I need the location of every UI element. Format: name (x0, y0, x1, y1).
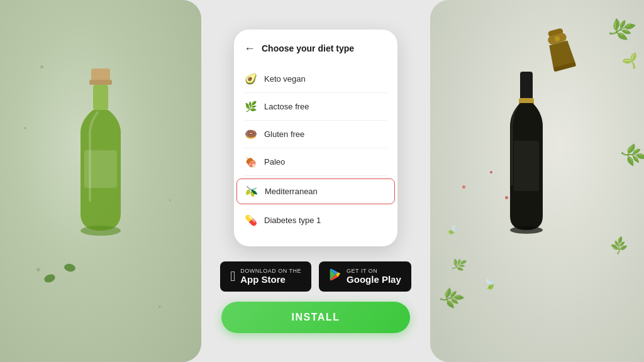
diet-list: 🥑 Keto vegan 🌿 Lactose free 🍩 Gluten fre… (234, 65, 397, 234)
diet-item-paleo[interactable]: 🍖 Paleo (244, 148, 387, 176)
diet-item-lactose-free[interactable]: 🌿 Lactose free (244, 93, 387, 121)
paleo-icon: 🍖 (244, 156, 258, 168)
svg-rect-3 (84, 150, 117, 188)
paleo-label: Paleo (264, 157, 285, 167)
decoration-dot (36, 268, 40, 272)
lactose-free-label: Lactose free (264, 102, 309, 111)
svg-rect-2 (93, 85, 108, 110)
leaf-decoration: 🍃 (483, 277, 497, 290)
olive-bottle-left (63, 62, 138, 263)
gluten-free-label: Gluten free (264, 129, 304, 139)
diet-item-gluten-free[interactable]: 🍩 Gluten free (244, 121, 387, 148)
apple-icon:  (230, 268, 235, 285)
diet-item-keto-vegan[interactable]: 🥑 Keto vegan (244, 65, 387, 93)
lactose-free-icon: 🌿 (244, 101, 258, 112)
app-store-sub-label: Download on the (240, 268, 301, 274)
google-play-button[interactable]: GET IT ON Google Play (319, 261, 411, 292)
right-image-panel: 🌿 🌱 🌿 🌿 🌿 (430, 0, 644, 362)
svg-point-4 (80, 226, 121, 236)
mediterranean-icon: 🫒 (245, 185, 258, 197)
diabetes-label: Diabetes type 1 (264, 216, 321, 225)
google-play-icon (329, 268, 341, 285)
mediterranean-label: Mediterranean (265, 187, 318, 196)
back-button[interactable]: ← (244, 42, 255, 55)
google-play-text: GET IT ON Google Play (347, 268, 401, 285)
center-content: ← Choose your diet type 🥑 Keto vegan 🌿 L… (201, 0, 430, 362)
svg-rect-11 (514, 141, 539, 191)
decoration-dot (169, 199, 171, 201)
peppercorn (505, 196, 508, 199)
svg-point-12 (510, 226, 543, 234)
decoration-dot (40, 65, 43, 69)
google-play-main-label: Google Play (347, 274, 401, 285)
diabetes-icon: 💊 (244, 214, 258, 226)
google-play-sub-label: GET IT ON (347, 268, 401, 274)
download-buttons-container:  Download on the App Store (220, 261, 411, 292)
gluten-free-icon: 🍩 (244, 128, 258, 140)
phone-mockup: ← Choose your diet type 🥑 Keto vegan 🌿 L… (234, 30, 397, 246)
diet-item-diabetes[interactable]: 💊 Diabetes type 1 (244, 207, 387, 234)
app-store-main-label: App Store (240, 274, 301, 285)
install-button[interactable]: INSTALL (221, 302, 410, 333)
screen-title: Choose your diet type (262, 43, 354, 53)
diet-item-mediterranean[interactable]: 🫒 Mediterranean (236, 178, 395, 204)
decoration-dot (158, 305, 161, 308)
app-store-text: Download on the App Store (240, 268, 301, 285)
svg-rect-1 (89, 80, 112, 85)
page-container: ← Choose your diet type 🥑 Keto vegan 🌿 L… (0, 0, 644, 362)
olive-bottle-right (501, 72, 552, 254)
left-image-panel (0, 0, 201, 362)
phone-header: ← Choose your diet type (234, 42, 397, 65)
keto-vegan-label: Keto vegan (264, 74, 306, 84)
peppercorn (462, 185, 465, 189)
keto-vegan-icon: 🥑 (244, 73, 258, 85)
app-store-button[interactable]:  Download on the App Store (220, 261, 311, 292)
